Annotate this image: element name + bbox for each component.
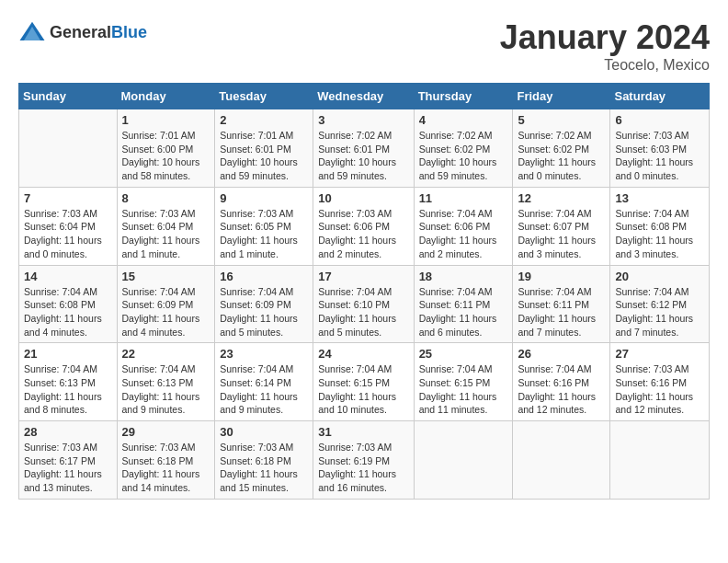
day-number: 21 bbox=[24, 347, 112, 361]
calendar-cell bbox=[19, 109, 118, 188]
day-number: 11 bbox=[419, 191, 508, 205]
day-info: Sunrise: 7:04 AMSunset: 6:06 PMDaylight:… bbox=[419, 207, 508, 261]
calendar-cell: 28Sunrise: 7:03 AMSunset: 6:17 PMDayligh… bbox=[19, 421, 118, 500]
calendar-cell: 21Sunrise: 7:04 AMSunset: 6:13 PMDayligh… bbox=[19, 343, 118, 421]
day-number: 28 bbox=[24, 425, 112, 439]
day-info: Sunrise: 7:02 AMSunset: 6:02 PMDaylight:… bbox=[419, 129, 508, 183]
calendar-cell: 17Sunrise: 7:04 AMSunset: 6:10 PMDayligh… bbox=[313, 265, 414, 343]
logo-text-blue: Blue bbox=[111, 23, 147, 41]
calendar-cell: 7Sunrise: 7:03 AMSunset: 6:04 PMDaylight… bbox=[19, 187, 118, 265]
day-info: Sunrise: 7:04 AMSunset: 6:09 PMDaylight:… bbox=[220, 285, 308, 339]
calendar-cell: 13Sunrise: 7:04 AMSunset: 6:08 PMDayligh… bbox=[610, 187, 710, 265]
calendar-cell bbox=[513, 421, 610, 500]
day-number: 13 bbox=[615, 191, 704, 205]
week-row-4: 21Sunrise: 7:04 AMSunset: 6:13 PMDayligh… bbox=[19, 343, 710, 421]
day-number: 19 bbox=[518, 270, 605, 283]
day-number: 26 bbox=[518, 347, 605, 361]
week-row-3: 14Sunrise: 7:04 AMSunset: 6:08 PMDayligh… bbox=[19, 265, 710, 343]
day-info: Sunrise: 7:04 AMSunset: 6:16 PMDaylight:… bbox=[518, 362, 605, 417]
calendar-location: Teocelo, Mexico bbox=[500, 57, 710, 74]
calendar-cell: 5Sunrise: 7:02 AMSunset: 6:02 PMDaylight… bbox=[513, 109, 610, 188]
column-header-friday: Friday bbox=[513, 84, 610, 109]
calendar-cell: 24Sunrise: 7:04 AMSunset: 6:15 PMDayligh… bbox=[313, 343, 414, 421]
day-number: 8 bbox=[122, 191, 210, 205]
column-header-tuesday: Tuesday bbox=[215, 84, 313, 109]
day-number: 10 bbox=[318, 191, 408, 205]
day-number: 16 bbox=[220, 270, 308, 283]
day-number: 4 bbox=[419, 113, 508, 127]
day-number: 7 bbox=[24, 191, 112, 205]
day-info: Sunrise: 7:04 AMSunset: 6:13 PMDaylight:… bbox=[24, 362, 112, 417]
calendar-cell: 25Sunrise: 7:04 AMSunset: 6:15 PMDayligh… bbox=[414, 343, 513, 421]
day-number: 9 bbox=[220, 191, 308, 205]
calendar-cell: 12Sunrise: 7:04 AMSunset: 6:07 PMDayligh… bbox=[513, 187, 610, 265]
calendar-cell: 4Sunrise: 7:02 AMSunset: 6:02 PMDaylight… bbox=[414, 109, 513, 188]
calendar-cell: 22Sunrise: 7:04 AMSunset: 6:13 PMDayligh… bbox=[117, 343, 215, 421]
day-info: Sunrise: 7:04 AMSunset: 6:15 PMDaylight:… bbox=[419, 362, 508, 417]
day-info: Sunrise: 7:04 AMSunset: 6:15 PMDaylight:… bbox=[318, 362, 408, 417]
calendar-cell: 14Sunrise: 7:04 AMSunset: 6:08 PMDayligh… bbox=[19, 265, 118, 343]
calendar-table: SundayMondayTuesdayWednesdayThursdayFrid… bbox=[18, 83, 710, 500]
day-info: Sunrise: 7:03 AMSunset: 6:17 PMDaylight:… bbox=[24, 441, 112, 495]
calendar-cell: 6Sunrise: 7:03 AMSunset: 6:03 PMDaylight… bbox=[610, 109, 710, 188]
day-info: Sunrise: 7:04 AMSunset: 6:12 PMDaylight:… bbox=[615, 285, 704, 339]
calendar-title: January 2024 bbox=[500, 18, 710, 57]
logo: GeneralBlue bbox=[18, 18, 147, 46]
calendar-cell: 10Sunrise: 7:03 AMSunset: 6:06 PMDayligh… bbox=[313, 187, 414, 265]
day-number: 31 bbox=[318, 425, 408, 439]
day-info: Sunrise: 7:03 AMSunset: 6:18 PMDaylight:… bbox=[220, 441, 308, 495]
day-number: 20 bbox=[615, 270, 704, 283]
page-header: GeneralBlue January 2024 Teocelo, Mexico bbox=[18, 18, 710, 74]
calendar-cell: 23Sunrise: 7:04 AMSunset: 6:14 PMDayligh… bbox=[215, 343, 313, 421]
day-info: Sunrise: 7:03 AMSunset: 6:05 PMDaylight:… bbox=[220, 207, 308, 261]
title-block: January 2024 Teocelo, Mexico bbox=[500, 18, 710, 74]
day-number: 12 bbox=[518, 191, 605, 205]
day-number: 30 bbox=[220, 425, 308, 439]
day-info: Sunrise: 7:04 AMSunset: 6:11 PMDaylight:… bbox=[419, 285, 508, 339]
day-number: 18 bbox=[419, 270, 508, 283]
day-number: 3 bbox=[318, 113, 408, 127]
day-number: 17 bbox=[318, 270, 408, 283]
calendar-cell: 26Sunrise: 7:04 AMSunset: 6:16 PMDayligh… bbox=[513, 343, 610, 421]
day-info: Sunrise: 7:02 AMSunset: 6:02 PMDaylight:… bbox=[518, 129, 605, 183]
day-info: Sunrise: 7:03 AMSunset: 6:03 PMDaylight:… bbox=[615, 129, 704, 183]
day-number: 29 bbox=[122, 425, 210, 439]
calendar-cell bbox=[414, 421, 513, 500]
calendar-cell: 11Sunrise: 7:04 AMSunset: 6:06 PMDayligh… bbox=[414, 187, 513, 265]
calendar-cell: 19Sunrise: 7:04 AMSunset: 6:11 PMDayligh… bbox=[513, 265, 610, 343]
calendar-cell: 3Sunrise: 7:02 AMSunset: 6:01 PMDaylight… bbox=[313, 109, 414, 188]
day-info: Sunrise: 7:03 AMSunset: 6:19 PMDaylight:… bbox=[318, 441, 408, 495]
calendar-cell: 1Sunrise: 7:01 AMSunset: 6:00 PMDaylight… bbox=[117, 109, 215, 188]
day-number: 23 bbox=[220, 347, 308, 361]
day-info: Sunrise: 7:03 AMSunset: 6:04 PMDaylight:… bbox=[122, 207, 210, 261]
calendar-cell: 20Sunrise: 7:04 AMSunset: 6:12 PMDayligh… bbox=[610, 265, 710, 343]
calendar-cell: 2Sunrise: 7:01 AMSunset: 6:01 PMDaylight… bbox=[215, 109, 313, 188]
logo-text-general: General bbox=[50, 23, 111, 41]
week-row-1: 1Sunrise: 7:01 AMSunset: 6:00 PMDaylight… bbox=[19, 109, 710, 188]
calendar-cell bbox=[610, 421, 710, 500]
calendar-cell: 18Sunrise: 7:04 AMSunset: 6:11 PMDayligh… bbox=[414, 265, 513, 343]
column-header-wednesday: Wednesday bbox=[313, 84, 414, 109]
column-header-monday: Monday bbox=[117, 84, 215, 109]
calendar-cell: 29Sunrise: 7:03 AMSunset: 6:18 PMDayligh… bbox=[117, 421, 215, 500]
calendar-cell: 9Sunrise: 7:03 AMSunset: 6:05 PMDaylight… bbox=[215, 187, 313, 265]
week-row-5: 28Sunrise: 7:03 AMSunset: 6:17 PMDayligh… bbox=[19, 421, 710, 500]
calendar-cell: 31Sunrise: 7:03 AMSunset: 6:19 PMDayligh… bbox=[313, 421, 414, 500]
calendar-cell: 30Sunrise: 7:03 AMSunset: 6:18 PMDayligh… bbox=[215, 421, 313, 500]
day-info: Sunrise: 7:04 AMSunset: 6:10 PMDaylight:… bbox=[318, 285, 408, 339]
column-header-sunday: Sunday bbox=[19, 84, 118, 109]
day-info: Sunrise: 7:03 AMSunset: 6:18 PMDaylight:… bbox=[122, 441, 210, 495]
day-info: Sunrise: 7:04 AMSunset: 6:09 PMDaylight:… bbox=[122, 285, 210, 339]
calendar-cell: 27Sunrise: 7:03 AMSunset: 6:16 PMDayligh… bbox=[610, 343, 710, 421]
day-number: 22 bbox=[122, 347, 210, 361]
column-header-saturday: Saturday bbox=[610, 84, 710, 109]
day-number: 27 bbox=[615, 347, 704, 361]
day-number: 15 bbox=[122, 270, 210, 283]
day-number: 14 bbox=[24, 270, 112, 283]
day-info: Sunrise: 7:01 AMSunset: 6:00 PMDaylight:… bbox=[122, 129, 210, 183]
day-info: Sunrise: 7:04 AMSunset: 6:13 PMDaylight:… bbox=[122, 362, 210, 417]
day-info: Sunrise: 7:04 AMSunset: 6:07 PMDaylight:… bbox=[518, 207, 605, 261]
day-number: 5 bbox=[518, 113, 605, 127]
day-info: Sunrise: 7:01 AMSunset: 6:01 PMDaylight:… bbox=[220, 129, 308, 183]
calendar-cell: 16Sunrise: 7:04 AMSunset: 6:09 PMDayligh… bbox=[215, 265, 313, 343]
